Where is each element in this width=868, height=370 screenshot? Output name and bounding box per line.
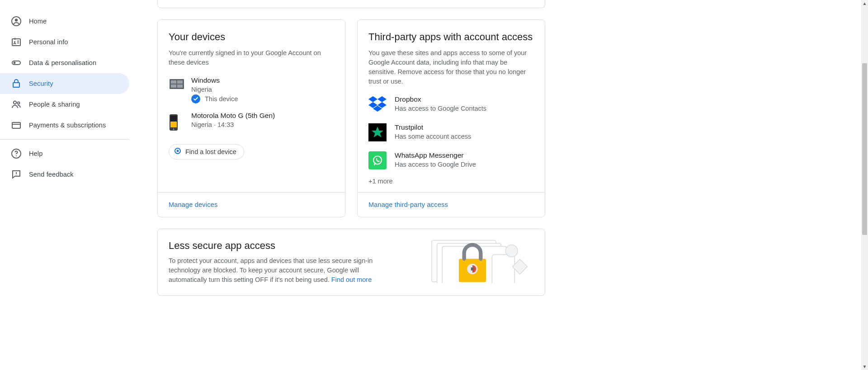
this-device-badge: This device <box>191 94 238 103</box>
app-name: Dropbox <box>395 95 486 103</box>
app-access: Has access to Google Drive <box>395 161 476 168</box>
app-access: Has some account access <box>395 133 471 140</box>
svg-rect-11 <box>12 122 20 128</box>
checkmark-icon <box>191 94 200 103</box>
card-title: Less secure app access <box>169 240 398 252</box>
card-title: Your devices <box>169 31 334 44</box>
svg-point-1 <box>15 19 18 21</box>
svg-point-27 <box>177 150 179 152</box>
previous-card-bottom <box>157 0 545 8</box>
sidebar-divider <box>0 139 129 140</box>
find-lost-device-button[interactable]: Find a lost device <box>169 144 244 159</box>
sidebar-nav: Home Personal info Data & personalisatio… <box>0 0 129 370</box>
device-name: Motorola Moto G (5th Gen) <box>191 112 275 120</box>
svg-rect-8 <box>13 83 19 87</box>
svg-rect-2 <box>12 39 20 46</box>
sidebar-item-help[interactable]: Help <box>0 143 129 164</box>
svg-rect-19 <box>177 80 183 84</box>
svg-rect-24 <box>170 116 177 122</box>
scrollbar-thumb[interactable] <box>862 63 867 235</box>
your-devices-card: Your devices You're currently signed in … <box>157 19 345 217</box>
main-content: Your devices You're currently signed in … <box>129 0 708 370</box>
help-icon <box>11 148 22 159</box>
svg-point-25 <box>173 128 175 130</box>
dropbox-icon <box>368 95 387 113</box>
sidebar-item-people-sharing[interactable]: People & sharing <box>0 94 129 115</box>
phone-icon <box>169 112 191 133</box>
svg-point-7 <box>14 62 16 64</box>
desktop-icon <box>169 76 191 93</box>
sidebar-item-send-feedback[interactable]: Send feedback <box>0 164 129 185</box>
toggle-icon <box>11 57 22 68</box>
scroll-down-arrow-icon[interactable]: ▼ <box>861 363 868 370</box>
app-row-whatsapp[interactable]: WhatsApp Messenger Has access to Google … <box>368 151 534 169</box>
id-card-icon <box>11 37 22 47</box>
scroll-up-arrow-icon[interactable]: ▲ <box>861 0 868 7</box>
sidebar-item-label: Security <box>29 80 53 87</box>
app-name: WhatsApp Messenger <box>395 151 476 159</box>
sidebar-item-label: Home <box>29 18 47 25</box>
sidebar-item-label: Data & personalisation <box>29 59 96 66</box>
svg-rect-34 <box>471 267 474 271</box>
sidebar-item-personal-info[interactable]: Personal info <box>0 32 129 52</box>
device-row-windows[interactable]: Windows Nigeria This device <box>169 76 334 103</box>
scrollbar[interactable]: ▲ ▼ <box>861 0 868 370</box>
app-name: Trustpilot <box>395 123 471 131</box>
svg-point-3 <box>14 41 16 43</box>
svg-rect-18 <box>171 80 176 84</box>
sidebar-item-label: People & sharing <box>29 101 80 108</box>
third-party-apps-card: Third-party apps with account access You… <box>357 19 545 217</box>
app-row-dropbox[interactable]: Dropbox Has access to Google Contacts <box>368 95 534 113</box>
find-out-more-link[interactable]: Find out more <box>331 276 372 283</box>
device-location: Nigeria <box>191 86 238 93</box>
feedback-icon <box>11 169 22 180</box>
svg-point-16 <box>16 175 17 176</box>
svg-point-9 <box>14 101 16 104</box>
device-name: Windows <box>191 76 238 84</box>
card-description: To protect your account, apps and device… <box>169 256 398 285</box>
app-row-trustpilot[interactable]: Trustpilot Has some account access <box>368 123 534 141</box>
svg-rect-21 <box>177 84 183 88</box>
device-location: Nigeria · 14:33 <box>191 121 275 128</box>
account-circle-icon <box>11 16 22 27</box>
location-target-icon <box>174 147 182 156</box>
less-secure-app-access-card: Less secure app access To protect your a… <box>157 229 545 296</box>
sidebar-item-label: Send feedback <box>29 171 74 178</box>
whatsapp-icon <box>368 151 387 169</box>
trustpilot-icon <box>368 123 387 141</box>
sidebar-item-label: Help <box>29 150 42 157</box>
sidebar-item-payments-subscriptions[interactable]: Payments & subscriptions <box>0 115 129 136</box>
app-access: Has access to Google Contacts <box>395 105 486 112</box>
svg-point-14 <box>16 155 17 156</box>
svg-point-10 <box>18 102 20 104</box>
manage-third-party-link[interactable]: Manage third-party access <box>368 201 448 208</box>
more-apps-text[interactable]: +1 more <box>368 178 534 185</box>
credit-card-icon <box>11 120 22 131</box>
sidebar-item-label: Payments & subscriptions <box>29 122 106 129</box>
svg-rect-35 <box>492 254 514 283</box>
sidebar-item-security[interactable]: Security <box>0 73 129 94</box>
people-icon <box>11 99 22 110</box>
sidebar-item-label: Personal info <box>29 38 68 46</box>
card-description: You gave these sites and apps access to … <box>368 48 534 86</box>
svg-rect-20 <box>171 84 176 88</box>
card-title: Third-party apps with account access <box>368 31 534 44</box>
padlock-illustration <box>409 229 545 295</box>
svg-point-36 <box>505 245 518 257</box>
card-description: You're currently signed in to your Googl… <box>169 48 334 67</box>
sidebar-item-home[interactable]: Home <box>0 11 129 32</box>
sidebar-item-data-personalisation[interactable]: Data & personalisation <box>0 52 129 73</box>
device-row-motorola[interactable]: Motorola Moto G (5th Gen) Nigeria · 14:3… <box>169 112 334 133</box>
manage-devices-link[interactable]: Manage devices <box>169 201 217 208</box>
lock-icon <box>11 78 22 89</box>
